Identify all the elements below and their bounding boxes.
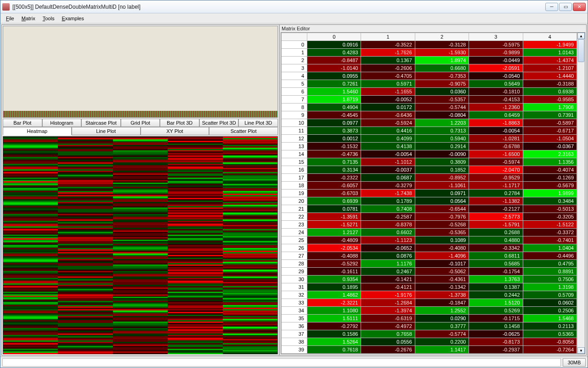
matrix-cell[interactable]: 1.3198 (523, 283, 577, 291)
matrix-cell[interactable]: -0.8952 (415, 174, 469, 182)
col-header[interactable]: 1 (361, 33, 415, 41)
matrix-cell[interactable]: 0.2442 (469, 291, 523, 299)
row-header[interactable]: 28 (282, 260, 307, 268)
matrix-cell[interactable]: 0.7506 (523, 276, 577, 283)
matrix-cell[interactable]: -2.5773 (469, 213, 523, 221)
row-header[interactable]: 19 (282, 190, 307, 197)
matrix-cell[interactable]: 0.4795 (523, 260, 577, 268)
matrix-cell[interactable]: 0.2113 (523, 322, 577, 330)
menu-matrix[interactable]: Matrix (19, 15, 38, 22)
matrix-cell[interactable]: -0.1269 (523, 174, 577, 182)
matrix-cell[interactable]: 2.3163 (523, 150, 577, 158)
matrix-cell[interactable]: 0.5649 (469, 80, 523, 88)
matrix-cell[interactable]: -0.3205 (523, 213, 577, 221)
matrix-cell[interactable]: -1.7626 (361, 49, 415, 57)
row-header[interactable]: 17 (282, 174, 307, 182)
matrix-cell[interactable]: -1.8863 (469, 119, 523, 127)
matrix-cell[interactable]: 0.1387 (469, 283, 523, 291)
matrix-cell[interactable]: 0.7135 (307, 158, 361, 166)
matrix-cell[interactable]: -1.5791 (469, 221, 523, 229)
matrix-cell[interactable]: 0.0360 (415, 88, 469, 96)
matrix-cell[interactable]: 1.3763 (469, 276, 523, 283)
matrix-cell[interactable]: 0.7996 (361, 354, 415, 354)
matrix-cell[interactable]: 1.1080 (307, 307, 361, 315)
matrix-cell[interactable]: 0.5971 (361, 80, 415, 88)
col-header[interactable]: 3 (469, 33, 523, 41)
matrix-cell[interactable]: 0.0955 (307, 72, 361, 80)
matrix-cell[interactable]: -0.0652 (361, 244, 415, 252)
matrix-cell[interactable]: 0.6939 (307, 197, 361, 205)
matrix-cell[interactable]: 0.0687 (361, 174, 415, 182)
matrix-cell[interactable]: -0.9075 (415, 80, 469, 88)
row-header[interactable]: 25 (282, 236, 307, 244)
matrix-cell[interactable]: -1.4096 (415, 252, 469, 260)
matrix-cell[interactable]: -0.5268 (415, 221, 469, 229)
tab-scatter-plot[interactable]: Scatter Plot (209, 127, 278, 135)
matrix-cell[interactable]: -0.4121 (361, 283, 415, 291)
row-header[interactable]: 0 (282, 41, 307, 49)
scroll-thumb[interactable] (578, 39, 584, 62)
matrix-cell[interactable]: 1.1356 (523, 158, 577, 166)
matrix-cell[interactable]: -0.1017 (415, 260, 469, 268)
tab-line-plot-3d[interactable]: Line Plot 3D (238, 119, 278, 127)
matrix-cell[interactable]: 1.5468 (523, 315, 577, 322)
matrix-cell[interactable]: 0.4880 (469, 236, 523, 244)
matrix-cell[interactable]: 0.0556 (361, 338, 415, 346)
matrix-cell[interactable]: -0.2792 (307, 322, 361, 330)
matrix-cell[interactable]: -1.3974 (361, 307, 415, 315)
matrix-cell[interactable]: 0.7408 (361, 205, 415, 213)
row-header[interactable]: 24 (282, 229, 307, 236)
matrix-cell[interactable]: 0.2914 (415, 143, 469, 150)
row-header[interactable]: 39 (282, 346, 307, 354)
memory-button[interactable]: 30MB (563, 358, 586, 367)
matrix-cell[interactable]: -0.8173 (469, 338, 523, 346)
matrix-cell[interactable]: 0.0172 (361, 104, 415, 111)
matrix-cell[interactable]: -0.5013 (523, 205, 577, 213)
matrix-cell[interactable]: 0.1458 (469, 322, 523, 330)
matrix-cell[interactable]: 1.2203 (415, 119, 469, 127)
matrix-cell[interactable]: -1.6500 (469, 150, 523, 158)
matrix-cell[interactable]: -0.3188 (523, 80, 577, 88)
matrix-cell[interactable]: -0.2322 (307, 174, 361, 182)
matrix-cell[interactable]: -0.7353 (415, 72, 469, 80)
matrix-cell[interactable]: -0.5975 (469, 41, 523, 49)
matrix-cell[interactable]: 1.8719 (307, 96, 361, 104)
matrix-cell[interactable]: 0.7391 (523, 111, 577, 119)
matrix-cell[interactable]: -0.2127 (469, 205, 523, 213)
matrix-cell[interactable]: -0.4080 (415, 244, 469, 252)
matrix-cell[interactable]: 0.8891 (523, 268, 577, 276)
col-header[interactable]: 0 (307, 33, 361, 41)
matrix-cell[interactable]: 0.5685 (469, 260, 523, 268)
matrix-cell[interactable]: -0.1810 (469, 88, 523, 96)
matrix-cell[interactable]: 0.3484 (523, 197, 577, 205)
matrix-cell[interactable]: -1.5930 (415, 49, 469, 57)
matrix-cell[interactable]: -0.2587 (361, 213, 415, 221)
matrix-cell[interactable]: 0.5709 (523, 291, 577, 299)
matrix-cell[interactable]: -0.6544 (415, 205, 469, 213)
matrix-cell[interactable]: 0.7618 (307, 346, 361, 354)
matrix-cell[interactable]: 0.3809 (415, 158, 469, 166)
row-header[interactable]: 16 (282, 166, 307, 174)
scroll-up-button[interactable]: ▲ (577, 33, 585, 39)
matrix-cell[interactable]: -0.1847 (415, 299, 469, 307)
matrix-cell[interactable]: 1.2127 (307, 229, 361, 236)
tab-staircase-plot[interactable]: Staircase Plot (81, 119, 121, 127)
matrix-cell[interactable]: -0.7401 (523, 236, 577, 244)
row-header[interactable]: 5 (282, 80, 307, 88)
matrix-cell[interactable]: -0.4545 (307, 111, 361, 119)
matrix-cell[interactable]: -0.7976 (415, 213, 469, 221)
matrix-cell[interactable]: -0.0037 (361, 166, 415, 174)
matrix-cell[interactable]: 0.5269 (469, 307, 523, 315)
matrix-cell[interactable]: -0.6703 (307, 190, 361, 197)
matrix-cell[interactable]: -0.0449 (469, 57, 523, 64)
matrix-cell[interactable]: 0.0977 (307, 119, 361, 127)
matrix-cell[interactable]: -0.9585 (523, 96, 577, 104)
matrix-cell[interactable]: 1.5120 (469, 299, 523, 307)
row-header[interactable]: 27 (282, 252, 307, 260)
matrix-cell[interactable]: 0.6680 (415, 64, 469, 72)
matrix-cell[interactable]: -2.0470 (469, 166, 523, 174)
matrix-cell[interactable]: -0.4074 (523, 166, 577, 174)
matrix-cell[interactable]: 0.2506 (523, 307, 577, 315)
matrix-cell[interactable]: -0.1754 (469, 268, 523, 276)
matrix-cell[interactable]: -0.7264 (523, 346, 577, 354)
